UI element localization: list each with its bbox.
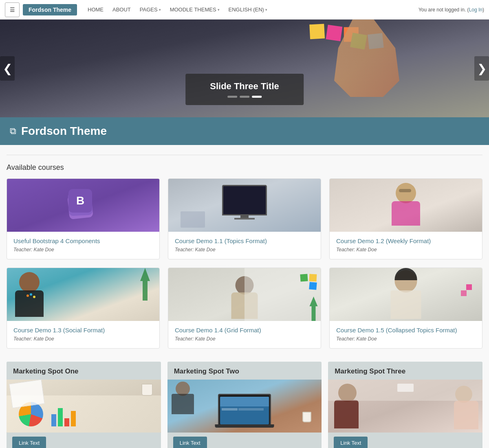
marketing-spot-1: Marketing Spot One Link Text xyxy=(7,362,161,448)
nav-item-language[interactable]: ENGLISH (EN) ▾ xyxy=(225,4,271,15)
marketing-spot-img-2 xyxy=(167,380,322,433)
slide-dot-3[interactable] xyxy=(252,96,262,98)
course-card-body-1: Useful Bootstrap 4 Components Teacher: K… xyxy=(7,232,159,259)
course-teacher-3: Teacher: Kate Doe xyxy=(336,247,476,253)
course-title-1[interactable]: Useful Bootstrap 4 Components xyxy=(13,237,153,244)
course-teacher-5: Teacher: Kate Doe xyxy=(175,336,314,342)
course-teacher-1: Teacher: Kate Doe xyxy=(13,247,153,253)
nav-item-pages[interactable]: PAGES ▾ xyxy=(136,4,165,15)
marketing-spot-title-3: Marketing Spot Three xyxy=(328,362,482,380)
marketing-spot-3: Marketing Spot Three Link Text xyxy=(328,362,482,448)
course-image-4 xyxy=(7,268,159,321)
marketing-spot-title-1: Marketing Spot One xyxy=(7,362,161,380)
marketing-row: Marketing Spot One Link Text xyxy=(7,362,482,448)
hamburger-button[interactable]: ☰ xyxy=(5,2,20,17)
course-image-1: B xyxy=(7,179,159,232)
slide-title: Slide Three Title xyxy=(210,81,279,92)
course-teacher-6: Teacher: Kate Doe xyxy=(336,336,476,342)
slide-caption: Slide Three Title xyxy=(185,74,304,105)
course-card-4[interactable]: Course Demo 1.3 (Social Format) Teacher:… xyxy=(7,268,160,349)
course-card-3[interactable]: Course Demo 1.2 (Weekly Format) Teacher:… xyxy=(329,178,482,259)
course-card-body-6: Course Demo 1.5 (Collapsed Topics Format… xyxy=(330,321,482,348)
course-title-4[interactable]: Course Demo 1.3 (Social Format) xyxy=(13,327,153,334)
chevron-down-icon: ▾ xyxy=(218,8,220,12)
main-content: Available courses B Useful Bootstrap 4 C… xyxy=(0,145,489,448)
course-image-2 xyxy=(168,179,321,232)
navbar: ☰ Fordson Theme HOME ABOUT PAGES ▾ MOODL… xyxy=(0,0,489,20)
course-teacher-2: Teacher: Kate Doe xyxy=(175,247,314,253)
site-title: Fordson Theme xyxy=(21,125,107,138)
marketing-spot-link-2[interactable]: Link Text xyxy=(173,437,207,448)
nav-item-home[interactable]: HOME xyxy=(84,4,108,15)
course-teacher-4: Teacher: Kate Doe xyxy=(13,336,153,342)
login-link[interactable]: Log In xyxy=(469,7,482,13)
chevron-down-icon: ▾ xyxy=(159,8,161,12)
slide-next-button[interactable]: ❯ xyxy=(474,56,489,81)
site-header-band: ⧉ Fordson Theme xyxy=(0,117,489,145)
course-title-3[interactable]: Course Demo 1.2 (Weekly Format) xyxy=(336,237,476,244)
slide-dots xyxy=(210,96,279,98)
auth-status: You are not logged in. (Log In) xyxy=(419,7,484,13)
course-card-1[interactable]: B Useful Bootstrap 4 Components Teacher:… xyxy=(7,178,160,259)
slide-prev-button[interactable]: ❮ xyxy=(0,56,15,81)
slide-dot-2[interactable] xyxy=(240,96,249,98)
course-title-2[interactable]: Course Demo 1.1 (Topics Format) xyxy=(175,237,314,244)
hamburger-icon: ☰ xyxy=(10,7,15,13)
available-courses-title: Available courses xyxy=(7,163,482,172)
course-card-6[interactable]: Course Demo 1.5 (Collapsed Topics Format… xyxy=(329,268,482,349)
section-divider xyxy=(7,155,482,155)
nav-item-moodle-themes[interactable]: MOODLE THEMES ▾ xyxy=(166,4,224,15)
course-card-body-5: Course Demo 1.4 (Grid Format) Teacher: K… xyxy=(168,321,321,348)
copy-icon: ⧉ xyxy=(10,126,16,136)
marketing-spot-img-3 xyxy=(328,380,482,433)
marketing-spot-img-1 xyxy=(7,380,161,433)
marketing-spot-link-3[interactable]: Link Text xyxy=(334,437,368,448)
chevron-down-icon: ▾ xyxy=(265,8,267,12)
course-title-5[interactable]: Course Demo 1.4 (Grid Format) xyxy=(175,327,314,334)
course-card-body-4: Course Demo 1.3 (Social Format) Teacher:… xyxy=(7,321,159,348)
hero-slider: Slide Three Title ❮ ❯ xyxy=(0,20,489,117)
nav-item-about[interactable]: ABOUT xyxy=(108,4,135,15)
marketing-spot-link-1[interactable]: Link Text xyxy=(12,437,46,448)
course-card-body-3: Course Demo 1.2 (Weekly Format) Teacher:… xyxy=(330,232,482,259)
marketing-spot-title-2: Marketing Spot Two xyxy=(167,362,322,380)
course-card-body-2: Course Demo 1.1 (Topics Format) Teacher:… xyxy=(168,232,321,259)
course-card-5[interactable]: Course Demo 1.4 (Grid Format) Teacher: K… xyxy=(168,268,321,349)
navbar-nav: HOME ABOUT PAGES ▾ MOODLE THEMES ▾ ENGLI… xyxy=(84,4,419,15)
course-card-2[interactable]: Course Demo 1.1 (Topics Format) Teacher:… xyxy=(168,178,321,259)
course-image-3 xyxy=(330,179,482,232)
slide-dot-1[interactable] xyxy=(227,96,237,98)
marketing-spot-2: Marketing Spot Two xyxy=(167,362,322,448)
course-title-6[interactable]: Course Demo 1.5 (Collapsed Topics Format… xyxy=(336,327,476,334)
courses-grid: B Useful Bootstrap 4 Components Teacher:… xyxy=(7,178,482,349)
course-image-5 xyxy=(168,268,321,321)
course-image-6 xyxy=(330,268,482,321)
navbar-brand[interactable]: Fordson Theme xyxy=(23,4,77,15)
